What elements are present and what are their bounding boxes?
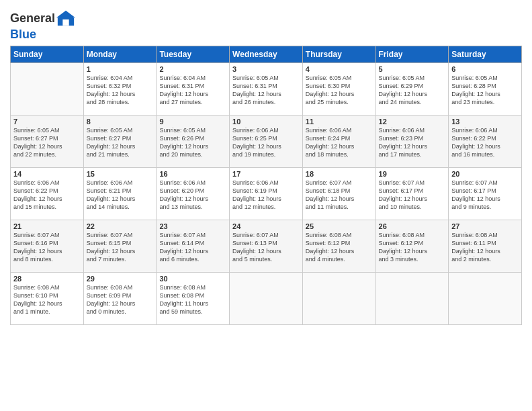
calendar-cell: 21Sunrise: 6:07 AM Sunset: 6:16 PM Dayli… <box>11 220 84 272</box>
calendar-table: SundayMondayTuesdayWednesdayThursdayFrid… <box>10 46 522 325</box>
day-info: Sunrise: 6:06 AM Sunset: 6:22 PM Dayligh… <box>13 179 81 212</box>
day-number: 29 <box>87 275 154 283</box>
day-info: Sunrise: 6:07 AM Sunset: 6:14 PM Dayligh… <box>159 231 226 264</box>
day-info: Sunrise: 6:05 AM Sunset: 6:28 PM Dayligh… <box>451 74 519 107</box>
calendar-week-1: 1Sunrise: 6:04 AM Sunset: 6:32 PM Daylig… <box>11 62 522 115</box>
calendar-cell <box>11 62 84 115</box>
calendar-cell: 24Sunrise: 6:07 AM Sunset: 6:13 PM Dayli… <box>230 220 303 272</box>
day-number: 20 <box>451 170 519 178</box>
day-number: 6 <box>451 65 519 73</box>
calendar-cell: 29Sunrise: 6:08 AM Sunset: 6:09 PM Dayli… <box>83 272 157 324</box>
calendar-cell: 1Sunrise: 6:04 AM Sunset: 6:32 PM Daylig… <box>83 62 157 115</box>
calendar-cell: 3Sunrise: 6:05 AM Sunset: 6:31 PM Daylig… <box>230 62 303 115</box>
day-number: 1 <box>87 65 154 73</box>
day-number: 9 <box>159 118 226 126</box>
calendar-header-monday: Monday <box>83 46 157 62</box>
day-info: Sunrise: 6:06 AM Sunset: 6:20 PM Dayligh… <box>159 179 226 212</box>
day-info: Sunrise: 6:07 AM Sunset: 6:17 PM Dayligh… <box>379 179 446 212</box>
day-info: Sunrise: 6:05 AM Sunset: 6:30 PM Dayligh… <box>306 74 373 107</box>
day-number: 11 <box>306 118 373 126</box>
calendar-cell: 26Sunrise: 6:08 AM Sunset: 6:12 PM Dayli… <box>375 220 449 272</box>
calendar-body: 1Sunrise: 6:04 AM Sunset: 6:32 PM Daylig… <box>11 62 522 324</box>
calendar-header-sunday: Sunday <box>11 46 84 62</box>
calendar-week-3: 14Sunrise: 6:06 AM Sunset: 6:22 PM Dayli… <box>11 167 522 220</box>
calendar-cell: 15Sunrise: 6:06 AM Sunset: 6:21 PM Dayli… <box>83 167 157 220</box>
day-info: Sunrise: 6:07 AM Sunset: 6:17 PM Dayligh… <box>451 179 519 212</box>
day-info: Sunrise: 6:05 AM Sunset: 6:29 PM Dayligh… <box>379 74 446 107</box>
day-number: 3 <box>232 65 300 73</box>
calendar-cell: 7Sunrise: 6:05 AM Sunset: 6:27 PM Daylig… <box>11 115 84 167</box>
day-info: Sunrise: 6:08 AM Sunset: 6:08 PM Dayligh… <box>159 283 226 316</box>
day-info: Sunrise: 6:08 AM Sunset: 6:10 PM Dayligh… <box>13 283 81 316</box>
day-number: 23 <box>159 222 226 230</box>
calendar-cell: 9Sunrise: 6:05 AM Sunset: 6:26 PM Daylig… <box>157 115 230 167</box>
day-info: Sunrise: 6:05 AM Sunset: 6:26 PM Dayligh… <box>159 126 226 159</box>
day-info: Sunrise: 6:05 AM Sunset: 6:27 PM Dayligh… <box>87 126 154 159</box>
calendar-cell: 14Sunrise: 6:06 AM Sunset: 6:22 PM Dayli… <box>11 167 84 220</box>
calendar-header-wednesday: Wednesday <box>230 46 303 62</box>
day-number: 26 <box>379 222 446 230</box>
day-info: Sunrise: 6:06 AM Sunset: 6:24 PM Dayligh… <box>306 126 373 159</box>
calendar-cell: 4Sunrise: 6:05 AM Sunset: 6:30 PM Daylig… <box>302 62 375 115</box>
calendar-cell: 30Sunrise: 6:08 AM Sunset: 6:08 PM Dayli… <box>157 272 230 324</box>
logo-general: General <box>10 12 55 26</box>
day-number: 14 <box>13 170 81 178</box>
day-number: 12 <box>379 118 446 126</box>
calendar-header-row: SundayMondayTuesdayWednesdayThursdayFrid… <box>11 46 522 62</box>
day-info: Sunrise: 6:06 AM Sunset: 6:21 PM Dayligh… <box>87 179 154 212</box>
day-info: Sunrise: 6:04 AM Sunset: 6:31 PM Dayligh… <box>159 74 226 107</box>
calendar-header-saturday: Saturday <box>449 46 522 62</box>
day-info: Sunrise: 6:08 AM Sunset: 6:11 PM Dayligh… <box>451 231 519 264</box>
day-number: 28 <box>13 275 81 283</box>
day-number: 4 <box>306 65 373 73</box>
svg-rect-2 <box>62 19 69 26</box>
calendar-cell: 17Sunrise: 6:06 AM Sunset: 6:19 PM Dayli… <box>230 167 303 220</box>
calendar-cell <box>302 272 375 324</box>
day-number: 8 <box>87 118 154 126</box>
calendar-header-thursday: Thursday <box>302 46 375 62</box>
calendar-header-tuesday: Tuesday <box>157 46 230 62</box>
calendar-cell: 19Sunrise: 6:07 AM Sunset: 6:17 PM Dayli… <box>375 167 449 220</box>
day-number: 27 <box>451 222 519 230</box>
day-info: Sunrise: 6:06 AM Sunset: 6:19 PM Dayligh… <box>232 179 300 212</box>
calendar-cell: 6Sunrise: 6:05 AM Sunset: 6:28 PM Daylig… <box>449 62 522 115</box>
calendar-cell: 22Sunrise: 6:07 AM Sunset: 6:15 PM Dayli… <box>83 220 157 272</box>
day-number: 5 <box>379 65 446 73</box>
calendar-cell: 5Sunrise: 6:05 AM Sunset: 6:29 PM Daylig… <box>375 62 449 115</box>
day-number: 19 <box>379 170 446 178</box>
day-info: Sunrise: 6:08 AM Sunset: 6:12 PM Dayligh… <box>306 231 373 264</box>
calendar-header-friday: Friday <box>375 46 449 62</box>
calendar-cell: 16Sunrise: 6:06 AM Sunset: 6:20 PM Dayli… <box>157 167 230 220</box>
calendar-cell <box>230 272 303 324</box>
day-number: 25 <box>306 222 373 230</box>
calendar-cell: 27Sunrise: 6:08 AM Sunset: 6:11 PM Dayli… <box>449 220 522 272</box>
day-info: Sunrise: 6:08 AM Sunset: 6:09 PM Dayligh… <box>87 283 154 316</box>
calendar-cell: 2Sunrise: 6:04 AM Sunset: 6:31 PM Daylig… <box>157 62 230 115</box>
logo: General Blue <box>10 9 75 42</box>
day-number: 18 <box>306 170 373 178</box>
calendar-cell: 10Sunrise: 6:06 AM Sunset: 6:25 PM Dayli… <box>230 115 303 167</box>
day-info: Sunrise: 6:06 AM Sunset: 6:23 PM Dayligh… <box>379 126 446 159</box>
day-info: Sunrise: 6:07 AM Sunset: 6:15 PM Dayligh… <box>87 231 154 264</box>
calendar-cell: 25Sunrise: 6:08 AM Sunset: 6:12 PM Dayli… <box>302 220 375 272</box>
calendar-cell: 18Sunrise: 6:07 AM Sunset: 6:18 PM Dayli… <box>302 167 375 220</box>
day-number: 30 <box>159 275 226 283</box>
calendar-cell <box>449 272 522 324</box>
calendar-cell: 13Sunrise: 6:06 AM Sunset: 6:22 PM Dayli… <box>449 115 522 167</box>
day-info: Sunrise: 6:05 AM Sunset: 6:27 PM Dayligh… <box>13 126 81 159</box>
day-number: 15 <box>87 170 154 178</box>
calendar-cell: 28Sunrise: 6:08 AM Sunset: 6:10 PM Dayli… <box>11 272 84 324</box>
day-info: Sunrise: 6:05 AM Sunset: 6:31 PM Dayligh… <box>232 74 300 107</box>
day-number: 2 <box>159 65 226 73</box>
logo-blue: Blue <box>10 28 36 41</box>
day-info: Sunrise: 6:07 AM Sunset: 6:18 PM Dayligh… <box>306 179 373 212</box>
day-number: 17 <box>232 170 300 178</box>
day-number: 22 <box>87 222 154 230</box>
calendar-cell: 20Sunrise: 6:07 AM Sunset: 6:17 PM Dayli… <box>449 167 522 220</box>
calendar-cell: 11Sunrise: 6:06 AM Sunset: 6:24 PM Dayli… <box>302 115 375 167</box>
day-info: Sunrise: 6:07 AM Sunset: 6:16 PM Dayligh… <box>13 231 81 264</box>
day-number: 10 <box>232 118 300 126</box>
day-info: Sunrise: 6:06 AM Sunset: 6:22 PM Dayligh… <box>451 126 519 159</box>
day-info: Sunrise: 6:08 AM Sunset: 6:12 PM Dayligh… <box>379 231 446 264</box>
day-info: Sunrise: 6:07 AM Sunset: 6:13 PM Dayligh… <box>232 231 300 264</box>
